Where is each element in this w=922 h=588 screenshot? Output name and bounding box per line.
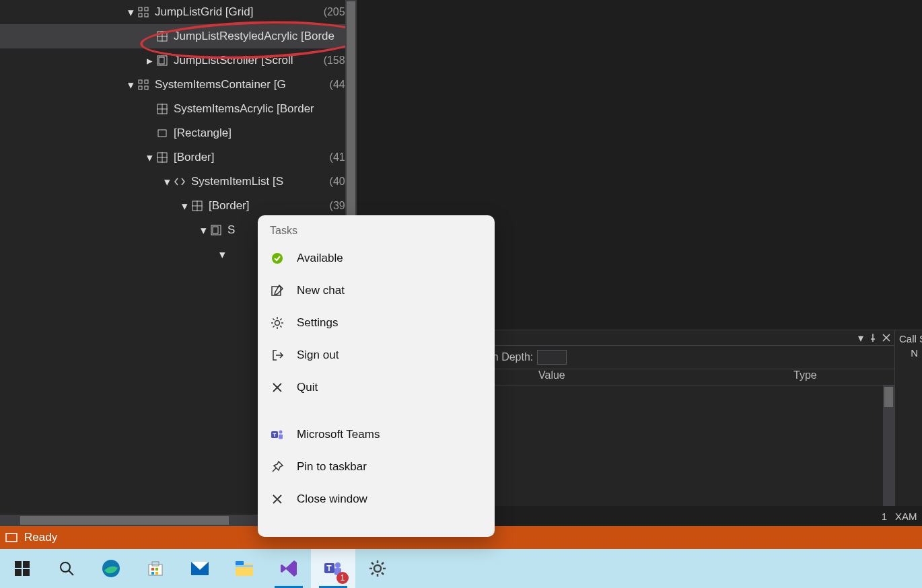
expander-right-icon[interactable]: ▸ (144, 54, 155, 68)
locals-vertical-scrollbar[interactable] (883, 385, 894, 506)
expander-down-icon[interactable]: ▾ (217, 248, 227, 262)
tree-item-border[interactable]: ▾ [Border] (41) (0, 145, 357, 170)
svg-rect-11 (139, 86, 142, 89)
status-text: Ready (24, 531, 57, 544)
callstack-sub: N (899, 347, 918, 359)
svg-rect-40 (155, 572, 158, 575)
svg-text:T: T (273, 432, 277, 438)
close-icon[interactable] (882, 334, 890, 342)
jumplist-item-available[interactable]: Available (258, 242, 495, 274)
search-depth-combo[interactable] (537, 350, 567, 365)
taskbar-edge[interactable] (89, 549, 133, 588)
jumplist-item-label: Microsoft Teams (297, 428, 380, 441)
svg-rect-38 (155, 568, 158, 571)
svg-line-54 (382, 573, 384, 575)
svg-line-65 (280, 326, 281, 327)
svg-text:T: T (326, 564, 332, 573)
tree-item-border-inner[interactable]: ▾ [Border] (39) (0, 194, 357, 218)
jumplist-flyout: Tasks Available New chat Settings Sign o… (258, 215, 495, 537)
border-icon (190, 200, 205, 211)
svg-point-59 (275, 321, 280, 326)
svg-point-32 (61, 562, 70, 572)
border-icon (155, 104, 170, 114)
svg-rect-2 (139, 13, 142, 17)
jumplist-item-label: Close window (297, 492, 367, 506)
svg-rect-27 (6, 534, 17, 542)
taskbar-store[interactable] (133, 549, 178, 588)
border-icon (155, 31, 170, 42)
taskbar-teams[interactable]: T 1 (311, 549, 355, 588)
svg-line-53 (371, 562, 374, 564)
jumplist-item-settings[interactable]: Settings (258, 307, 495, 339)
tree-item-jumplistrestyledacrylic[interactable]: JumpListRestyledAcrylic [Borde (0, 24, 357, 48)
close-icon (270, 381, 285, 394)
tree-item-label: [Border] (209, 199, 249, 213)
scrollbar-thumb[interactable] (884, 387, 893, 407)
window-dropdown-icon[interactable]: ▾ (858, 332, 863, 344)
tree-item-label: JumpListScroller [Scroll (174, 54, 293, 67)
tree-item-rectangle[interactable]: [Rectangle] (0, 121, 357, 145)
jumplist-item-quit[interactable]: Quit (258, 371, 495, 404)
tree-item-label: [Border] (174, 151, 214, 164)
grid-icon (136, 7, 151, 17)
jumplist-item-label: Available (297, 252, 343, 265)
svg-line-55 (371, 573, 374, 575)
close-icon (270, 493, 285, 505)
svg-rect-10 (145, 80, 148, 83)
taskbar: T 1 (0, 549, 922, 588)
search-button[interactable] (44, 549, 89, 588)
svg-rect-3 (145, 13, 148, 17)
signout-icon (270, 348, 285, 362)
tree-item-label: [Rectangle] (174, 126, 232, 140)
start-button[interactable] (0, 549, 44, 588)
jumplist-item-closewindow[interactable]: Close window (258, 483, 495, 515)
jumplist-item-label: Quit (297, 381, 318, 394)
svg-rect-16 (158, 130, 166, 137)
jumplist-item-newchat[interactable]: New chat (258, 274, 495, 307)
tree-item-jumplistscroller[interactable]: ▸ JumpListScroller [Scroll (158) (0, 48, 357, 73)
header-type[interactable]: Type (793, 369, 894, 385)
svg-point-70 (279, 431, 283, 434)
svg-rect-12 (145, 86, 148, 89)
taskbar-explorer[interactable] (222, 549, 267, 588)
svg-rect-0 (139, 7, 142, 11)
taskbar-settings[interactable] (355, 549, 400, 588)
jumplist-item-pin[interactable]: Pin to taskbar (258, 451, 495, 483)
svg-point-48 (374, 565, 381, 572)
scrollviewer-icon (155, 55, 170, 66)
border-icon (155, 152, 170, 163)
taskbar-visualstudio[interactable] (267, 549, 311, 588)
expander-down-icon[interactable]: ▾ (125, 78, 136, 92)
tree-item-systemitemscontainer[interactable]: ▾ SystemItemsContainer [G (44) (0, 73, 357, 97)
scrollbar-thumb[interactable] (20, 516, 229, 525)
tree-item-systemitemlist[interactable]: ▾ SystemItemList [S (40) (0, 170, 357, 194)
header-value[interactable]: Value (538, 369, 793, 385)
taskbar-mail[interactable] (178, 549, 222, 588)
pin-icon[interactable] (869, 334, 877, 342)
svg-rect-37 (151, 568, 154, 571)
teams-icon: T (270, 428, 285, 441)
svg-rect-30 (15, 569, 22, 576)
jumplist-section-label: Tasks (258, 215, 495, 242)
svg-rect-43 (236, 561, 244, 565)
tree-item-label: SystemItemsContainer [G (155, 78, 286, 91)
jumplist-item-label: Sign out (297, 348, 339, 362)
jumplist-item-label: Settings (297, 316, 338, 330)
toolwindow-tabstrip-right[interactable]: XAM (895, 506, 922, 526)
expander-down-icon[interactable]: ▾ (144, 151, 155, 165)
tree-item-label: JumpListGrid [Grid] (155, 5, 253, 19)
notification-badge: 1 (336, 572, 349, 584)
expander-down-icon[interactable]: ▾ (125, 5, 136, 20)
tree-item-jumplistgrid[interactable]: ▾ JumpListGrid [Grid] (205) (0, 0, 357, 24)
expander-down-icon[interactable]: ▾ (179, 199, 190, 213)
tree-item-label: JumpListRestyledAcrylic [Borde (174, 30, 334, 43)
tree-item-systemitemsacrylic[interactable]: SystemItemsAcrylic [Border (0, 97, 357, 121)
expander-down-icon[interactable]: ▾ (198, 223, 209, 237)
jumplist-item-teams[interactable]: T Microsoft Teams (258, 418, 495, 451)
svg-line-33 (69, 571, 73, 575)
jumplist-item-label: New chat (297, 284, 345, 297)
pin-icon (270, 460, 285, 474)
jumplist-item-signout[interactable]: Sign out (258, 339, 495, 371)
expander-down-icon[interactable]: ▾ (162, 175, 172, 189)
callstack-window[interactable]: Call S N (895, 330, 922, 506)
